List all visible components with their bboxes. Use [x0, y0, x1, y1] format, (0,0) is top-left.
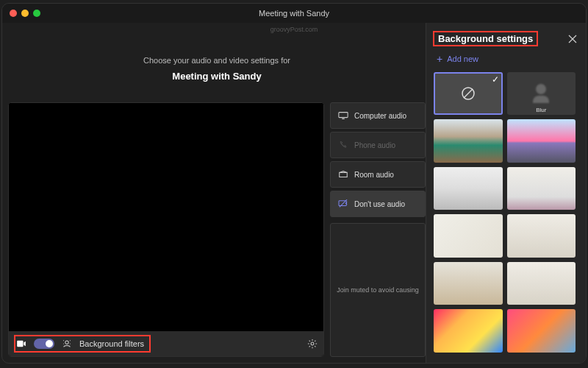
svg-point-3: [63, 343, 64, 344]
check-icon: ✓: [492, 74, 499, 85]
background-thumb-img1[interactable]: [434, 119, 503, 162]
video-preview: Background filters: [8, 102, 324, 357]
background-settings-panel: Background settings + Add new ✓Blur: [426, 23, 586, 363]
computer-audio-option[interactable]: Computer audio: [330, 102, 426, 129]
preview-toolbar: Background filters: [9, 331, 323, 356]
background-filters-button[interactable]: Background filters: [79, 339, 144, 348]
computer-audio-label: Computer audio: [354, 112, 406, 120]
join-muted-note: Join muted to avoid causing: [330, 223, 426, 357]
background-thumb-img8[interactable]: [434, 309, 503, 352]
audio-options: Computer audio Phone audio Room audio Do…: [330, 102, 426, 357]
background-thumb-img9[interactable]: [507, 309, 576, 352]
panel-title: Background settings: [434, 32, 537, 46]
add-new-label: Add new: [447, 54, 478, 63]
video-feed: [9, 103, 323, 331]
main-area: Choose your audio and video settings for…: [2, 23, 586, 363]
add-new-background-button[interactable]: + Add new: [434, 53, 578, 65]
svg-point-4: [70, 343, 71, 344]
background-grid: ✓Blur: [434, 72, 578, 353]
no-audio-icon: [338, 199, 348, 208]
background-filters-group: Background filters: [15, 336, 150, 352]
no-audio-label: Don't use audio: [354, 200, 405, 208]
background-thumb-img4[interactable]: [507, 167, 576, 210]
background-thumb-img3[interactable]: [434, 167, 503, 210]
svg-point-5: [311, 342, 314, 345]
traffic-lights: [10, 10, 40, 17]
window-title: Meeting with Sandy: [2, 9, 586, 18]
background-filters-icon: [62, 339, 72, 349]
room-audio-option[interactable]: Room audio: [330, 161, 426, 188]
prejoin-area: Choose your audio and video settings for…: [2, 23, 426, 363]
svg-point-0: [65, 341, 68, 344]
monitor-icon: [338, 111, 348, 120]
background-thumb-img5[interactable]: [434, 214, 503, 257]
plus-icon: +: [437, 53, 442, 65]
close-panel-button[interactable]: [567, 33, 578, 45]
camera-toggle[interactable]: [34, 339, 54, 349]
no-audio-option[interactable]: Don't use audio: [330, 191, 426, 217]
phone-icon: [339, 141, 348, 149]
background-thumb-img2[interactable]: [507, 119, 576, 162]
room-audio-label: Room audio: [354, 171, 394, 179]
phone-audio-option: Phone audio: [330, 132, 426, 158]
svg-point-1: [63, 340, 64, 341]
background-thumb-img6[interactable]: [507, 262, 576, 305]
background-thumb-img7[interactable]: [434, 262, 503, 305]
blur-label: Blur: [536, 107, 546, 113]
svg-rect-6: [339, 113, 348, 118]
close-window-button[interactable]: [10, 10, 17, 17]
none-icon: [460, 85, 476, 102]
background-thumb-none[interactable]: ✓: [434, 72, 503, 115]
app-window: Meeting with Sandy groovyPost.com Choose…: [1, 3, 587, 364]
prompt-text: Choose your audio and video settings for: [8, 56, 426, 65]
camera-icon: [16, 340, 26, 347]
panel-header: Background settings: [434, 32, 578, 46]
watermark: groovyPost.com: [270, 26, 318, 33]
titlebar: Meeting with Sandy: [2, 4, 586, 23]
meeting-title: Meeting with Sandy: [8, 71, 426, 82]
minimize-window-button[interactable]: [21, 10, 29, 17]
content-row: Background filters Computer audio Phone …: [8, 102, 426, 357]
device-settings-button[interactable]: [307, 339, 318, 349]
zoom-window-button[interactable]: [33, 10, 40, 17]
svg-point-2: [70, 340, 71, 341]
room-icon: [338, 170, 348, 179]
phone-audio-label: Phone audio: [354, 141, 395, 149]
background-thumb-img6[interactable]: [507, 214, 576, 257]
background-thumb-blur[interactable]: Blur: [507, 72, 576, 115]
